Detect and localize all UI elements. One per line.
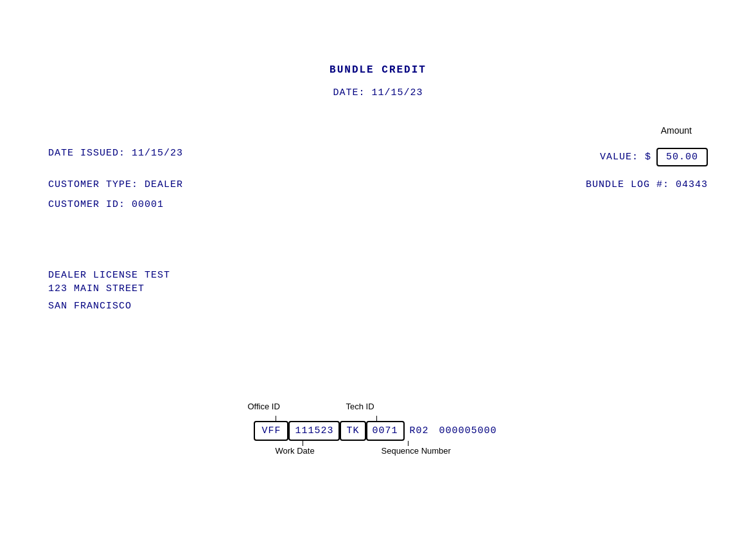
customer-type-row: CUSTOMER TYPE: DEALER BUNDLE LOG #: 0434… xyxy=(0,179,756,190)
address-line2: 123 MAIN STREET xyxy=(48,283,170,294)
barcode-top-labels: Office ID Tech ID xyxy=(234,402,523,416)
seq-connector-bottom xyxy=(408,441,409,446)
date-issued-field: DATE ISSUED: 11/15/23 xyxy=(48,148,183,166)
tk-box: TK xyxy=(340,421,365,441)
work-date-box: 111523 xyxy=(288,421,340,441)
address-section: DEALER LICENSE TEST 123 MAIN STREET SAN … xyxy=(48,270,170,314)
value-label: VALUE: $ xyxy=(600,152,651,163)
work-date-label: Work Date xyxy=(276,446,315,456)
office-id-label: Office ID xyxy=(248,402,280,411)
main-content: DATE ISSUED: 11/15/23 VALUE: $ 50.00 CUS… xyxy=(0,148,756,219)
barcode-section: Office ID Tech ID VFF 111523 TK 0071 R02… xyxy=(0,402,756,460)
address-city: SAN FRANCISCO xyxy=(48,301,170,312)
bundle-log-field: BUNDLE LOG #: 04343 xyxy=(586,179,708,190)
tech-id-connector-top xyxy=(376,416,377,421)
barcode-fields-row: VFF 111523 TK 0071 R02 000005000 xyxy=(254,421,502,441)
header-title: BUNDLE CREDIT xyxy=(0,64,756,76)
bottom-connectors xyxy=(234,441,523,446)
sequence-number: 000005000 xyxy=(434,422,502,440)
top-connectors xyxy=(234,416,523,421)
barcode-bottom-labels: Work Date Sequence Number xyxy=(234,446,523,460)
header-section: BUNDLE CREDIT DATE: 11/15/23 xyxy=(0,64,756,98)
address-line1: DEALER LICENSE TEST xyxy=(48,270,170,281)
header-date: DATE: 11/15/23 xyxy=(0,87,756,98)
customer-type-field: CUSTOMER TYPE: DEALER xyxy=(48,179,183,190)
vff-box: VFF xyxy=(254,421,288,441)
value-box: 50.00 xyxy=(656,148,708,166)
tech-id-label: Tech ID xyxy=(346,402,374,411)
customer-id-row: CUSTOMER ID: 00001 xyxy=(0,199,756,210)
date-value-row: DATE ISSUED: 11/15/23 VALUE: $ 50.00 xyxy=(0,148,756,166)
customer-id-field: CUSTOMER ID: 00001 xyxy=(48,199,164,210)
office-id-connector-top xyxy=(276,416,276,421)
sequence-number-label: Sequence Number xyxy=(382,446,451,456)
work-date-connector-bottom xyxy=(303,441,303,446)
page-container: BUNDLE CREDIT DATE: 11/15/23 Amount DATE… xyxy=(0,0,756,543)
value-field: VALUE: $ 50.00 xyxy=(600,148,708,166)
seq-box: 0071 xyxy=(366,421,405,441)
amount-label: Amount xyxy=(661,125,692,136)
route-code: R02 xyxy=(405,422,434,440)
